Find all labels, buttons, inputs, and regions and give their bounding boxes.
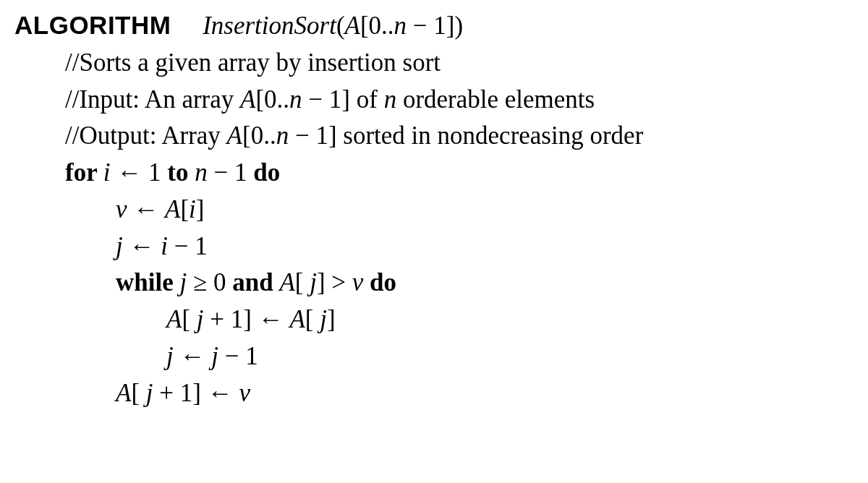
- var-A: A: [165, 195, 180, 223]
- range-zero: 0..: [264, 85, 289, 114]
- keyword-for: for: [65, 158, 103, 187]
- var-j: j: [190, 305, 203, 333]
- var-i: i: [103, 158, 111, 187]
- var-v: v: [116, 195, 127, 223]
- var-v: v: [352, 268, 364, 296]
- bracket-open: [: [360, 12, 369, 40]
- var-A: A: [227, 121, 242, 150]
- var-A: A: [240, 85, 255, 114]
- stmt-j-assign: j ← i − 1: [14, 228, 854, 265]
- range-zero: 0..: [251, 121, 276, 150]
- keyword-do: do: [363, 268, 396, 296]
- literal-one: 1: [148, 158, 161, 187]
- var-n2: n: [384, 85, 397, 114]
- stmt-shift: A[ j + 1] ← A[ j]: [14, 302, 854, 338]
- assign-arrow: ←: [127, 195, 166, 223]
- minus-one: − 1: [208, 158, 247, 187]
- arg-minus1: − 1: [407, 12, 446, 40]
- paren-close: ): [455, 12, 464, 40]
- var-i: i: [189, 195, 196, 223]
- plus-one: + 1: [204, 305, 244, 333]
- bracket-close2: ]: [327, 305, 336, 333]
- literal-zero: 0: [213, 268, 226, 296]
- bracket-open2: [: [305, 305, 314, 333]
- keyword-while: while: [116, 268, 179, 296]
- bracket-close: ]: [446, 12, 455, 40]
- comment-input-pre: //Input: An array: [65, 85, 240, 114]
- comment-description: //Sorts a given array by insertion sort: [14, 45, 854, 82]
- plus-one: + 1: [153, 379, 193, 407]
- var-j: j: [179, 268, 187, 296]
- op-geq: ≥: [187, 268, 213, 296]
- var-v: v: [239, 379, 250, 407]
- var-n: n: [276, 121, 289, 150]
- assign-arrow: ←: [252, 305, 290, 333]
- var-j: j: [166, 342, 174, 370]
- stmt-place-v: A[ j + 1] ← v: [14, 375, 854, 412]
- algorithm-title: ALGORITHM InsertionSort(A[0..n − 1]): [14, 7, 854, 45]
- comment-post: orderable elements: [396, 85, 595, 114]
- comment-output: //Output: Array A[0..n − 1] sorted in no…: [14, 118, 854, 155]
- minus-one: − 1: [218, 342, 258, 370]
- bracket-open: [: [131, 379, 140, 407]
- bracket-open: [: [242, 121, 251, 150]
- comment-output-pre: //Output: Array: [65, 121, 227, 150]
- stmt-j-dec: j ← j − 1: [14, 338, 854, 375]
- bracket-open: [: [255, 85, 264, 114]
- range-tail: − 1]: [289, 121, 336, 150]
- stmt-v-assign: v ← A[i]: [14, 192, 854, 228]
- assign-arrow: ←: [111, 158, 149, 187]
- bracket-close: ]: [192, 379, 201, 407]
- minus-one: − 1: [168, 232, 208, 260]
- arg-A: A: [345, 12, 360, 40]
- comment-mid: of: [350, 85, 384, 114]
- op-gt: >: [326, 268, 352, 296]
- arg-n: n: [394, 12, 407, 40]
- assign-arrow: ←: [201, 379, 239, 407]
- var-j: j: [116, 232, 123, 260]
- var-A: A: [116, 379, 131, 407]
- bracket-close: ]: [243, 305, 252, 333]
- algorithm-pseudocode: ALGORITHM InsertionSort(A[0..n − 1]) //S…: [0, 0, 868, 411]
- bracket-open: [: [295, 268, 304, 296]
- for-loop: for i ← 1 to n − 1 do: [14, 155, 854, 192]
- keyword-do: do: [247, 158, 280, 187]
- var-n: n: [195, 158, 208, 187]
- var-j2: j: [303, 268, 316, 296]
- assign-arrow: ←: [123, 232, 161, 260]
- bracket-open: [: [180, 195, 189, 223]
- var-i: i: [161, 232, 168, 260]
- range-tail: − 1]: [302, 85, 350, 114]
- bracket-close: ]: [196, 195, 205, 223]
- var-j2: j: [313, 305, 326, 333]
- var-n: n: [289, 85, 302, 114]
- paren-open: (: [336, 12, 345, 40]
- bracket-close: ]: [317, 268, 326, 296]
- var-A: A: [166, 305, 182, 333]
- while-loop: while j ≥ 0 and A[ j] > v do: [14, 265, 854, 302]
- arg-range: 0..: [369, 12, 394, 40]
- keyword-and: and: [226, 268, 279, 296]
- var-j2: j: [211, 342, 218, 370]
- algorithm-keyword: ALGORITHM: [14, 11, 171, 39]
- comment-text: //Sorts a given array by insertion sort: [65, 48, 441, 77]
- var-A: A: [279, 268, 294, 296]
- algorithm-name: InsertionSort: [203, 12, 336, 40]
- keyword-to: to: [161, 158, 195, 187]
- comment-input: //Input: An array A[0..n − 1] of n order…: [14, 82, 854, 119]
- assign-arrow: ←: [174, 342, 212, 370]
- var-A2: A: [289, 305, 305, 333]
- bracket-open: [: [182, 305, 190, 333]
- comment-post: sorted in nondecreasing order: [337, 121, 644, 150]
- var-j: j: [140, 379, 153, 407]
